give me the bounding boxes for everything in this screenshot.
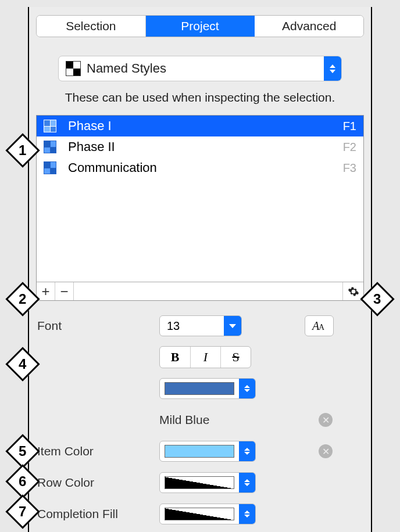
style-icon xyxy=(44,120,56,132)
style-shortcut: F2 xyxy=(343,141,356,154)
named-styles-dropdown[interactable]: Named Styles xyxy=(58,56,342,81)
styles-list[interactable]: Phase I F1 Phase II F2 Communication F3 xyxy=(37,116,363,282)
color-swatch xyxy=(165,382,234,395)
completion-fill-picker[interactable] xyxy=(159,504,256,524)
add-button[interactable]: + xyxy=(37,282,55,300)
italic-button[interactable]: I xyxy=(190,347,220,368)
style-icon xyxy=(44,161,56,174)
item-color-picker[interactable] xyxy=(159,441,256,462)
color-swatch xyxy=(165,445,234,458)
row-color-label: Row Color xyxy=(37,476,159,490)
remove-button[interactable]: − xyxy=(55,282,74,300)
clear-item-color-button[interactable]: ✕ xyxy=(319,444,333,458)
item-color-label: Item Color xyxy=(37,444,159,458)
text-color-name: Mild Blue xyxy=(159,413,209,427)
hint-text: These can be used when inspecting the se… xyxy=(41,91,359,105)
style-name: Phase I xyxy=(68,118,343,134)
chevron-up-down-icon xyxy=(239,441,255,461)
style-icon xyxy=(44,141,56,153)
style-shortcut: F1 xyxy=(343,120,356,133)
text-color-picker[interactable] xyxy=(159,378,256,399)
style-shortcut: F3 xyxy=(343,161,356,175)
chevron-up-down-icon xyxy=(239,473,255,493)
list-item[interactable]: Communication F3 xyxy=(37,157,363,178)
completion-fill-label: Completion Fill xyxy=(37,507,159,521)
font-size-value: 13 xyxy=(160,316,224,336)
style-name: Phase II xyxy=(68,139,343,154)
font-panel-button[interactable]: AA xyxy=(305,315,334,336)
svg-text:A: A xyxy=(319,323,325,332)
color-swatch xyxy=(165,476,234,489)
font-size-combo[interactable]: 13 xyxy=(159,315,242,336)
styles-listbox: Phase I F1 Phase II F2 Communication F3 … xyxy=(36,115,364,301)
chevron-down-icon xyxy=(224,316,241,336)
font-label: Font xyxy=(37,319,159,333)
list-item[interactable]: Phase II F2 xyxy=(37,136,363,157)
strikethrough-button[interactable]: S xyxy=(220,347,251,368)
gear-button[interactable] xyxy=(342,282,363,300)
tab-bar: Selection Project Advanced xyxy=(36,15,364,37)
font-icon: AA xyxy=(311,319,327,332)
gear-icon xyxy=(348,286,359,297)
text-style-group: B I S xyxy=(159,346,251,368)
tab-project[interactable]: Project xyxy=(145,16,255,37)
bold-button[interactable]: B xyxy=(160,347,190,368)
row-color-picker[interactable] xyxy=(159,472,256,493)
chevron-up-down-icon xyxy=(324,56,341,81)
dropdown-label: Named Styles xyxy=(87,61,324,76)
color-swatch xyxy=(165,508,234,520)
checker-icon xyxy=(66,61,81,76)
list-toolbar: + − xyxy=(37,282,363,300)
tab-selection[interactable]: Selection xyxy=(37,16,145,37)
tab-advanced[interactable]: Advanced xyxy=(254,16,363,37)
chevron-up-down-icon xyxy=(239,504,255,524)
clear-text-color-button[interactable]: ✕ xyxy=(319,413,333,427)
inspector-panel: Selection Project Advanced Named Styles … xyxy=(28,7,372,532)
style-name: Communication xyxy=(68,160,343,175)
list-item[interactable]: Phase I F1 xyxy=(37,116,363,136)
chevron-up-down-icon xyxy=(239,379,255,398)
